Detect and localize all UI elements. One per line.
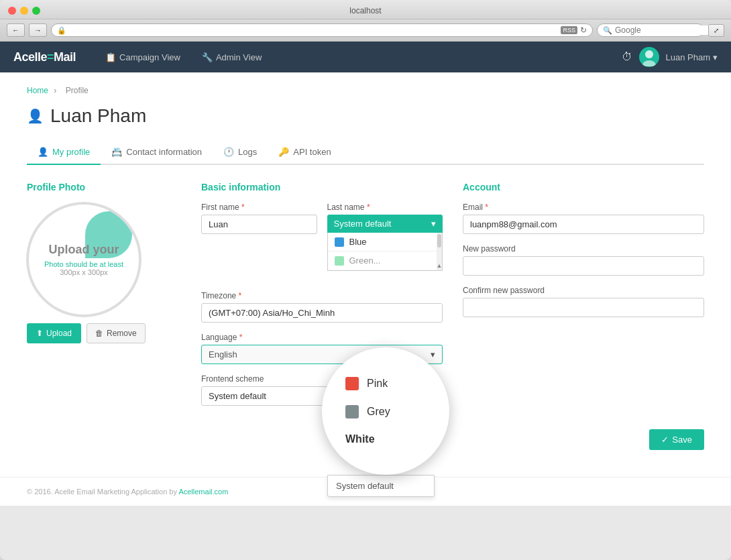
breadcrumb-separator: › [54, 86, 58, 95]
new-password-label: New password [463, 244, 704, 254]
tab-contact-information[interactable]: 📇 Contact information [101, 140, 213, 165]
browser-content: Acelle=Mail 📋 Campaign View 🔧 Admin View… [0, 42, 731, 506]
email-input[interactable] [463, 215, 704, 234]
email-label: Email * [463, 203, 704, 212]
page-title: 👤 Luan Pham [27, 105, 704, 127]
svg-point-1 [642, 60, 656, 66]
system-default-option[interactable]: System default [327, 475, 435, 497]
basic-info-title: Basic information [201, 182, 443, 192]
last-name-option-green[interactable]: Green... [328, 251, 443, 270]
app-logo: Acelle=Mail [13, 50, 76, 64]
my-profile-icon: 👤 [38, 147, 48, 157]
logs-icon: 🕐 [223, 147, 234, 157]
confirm-password-group: Confirm new password [463, 286, 704, 317]
fullscreen-button[interactable]: ⤢ [708, 24, 724, 37]
nav-right: ⏱ Luan Pham ▾ [622, 47, 718, 67]
user-dropdown-icon: ▾ [713, 52, 718, 62]
browser-toolbar: ← → 🔒 http://localhost:80 RSS ↻ 🔍 ⤢ [0, 19, 731, 42]
nav-links: 📋 Campaign View 🔧 Admin View [96, 44, 621, 70]
account-section: Account Email * New password Confirm [463, 182, 704, 416]
scheme-option-white[interactable]: White [339, 430, 433, 449]
rss-badge: RSS [561, 26, 577, 34]
tab-api-token[interactable]: 🔑 API token [268, 140, 341, 165]
window-title: localhost [349, 6, 381, 15]
language-dropdown-arrow: ▾ [431, 349, 435, 359]
timezone-input[interactable] [201, 303, 443, 323]
email-required: * [485, 203, 488, 212]
profile-icon: 👤 [27, 108, 44, 124]
traffic-lights [8, 7, 40, 15]
nav-admin-view[interactable]: 🔧 Admin View [192, 44, 271, 70]
last-name-label: Last name * [327, 203, 443, 212]
last-name-option-blue[interactable]: Blue [328, 233, 443, 251]
history-icon[interactable]: ⏱ [622, 51, 632, 63]
footer-link[interactable]: Acellemail.com [178, 488, 228, 496]
new-password-group: New password [463, 244, 704, 276]
upload-text: Upload your [44, 243, 123, 258]
confirm-password-input[interactable] [463, 298, 704, 317]
nav-user-menu[interactable]: Luan Pham ▾ [666, 52, 718, 62]
new-password-input[interactable] [463, 256, 704, 276]
search-input[interactable] [615, 25, 716, 35]
language-required: * [239, 333, 243, 342]
scheme-option-grey[interactable]: Grey [339, 402, 433, 422]
upload-button[interactable]: ⬆ Upload [27, 323, 81, 343]
breadcrumb-home[interactable]: Home [27, 86, 48, 95]
lock-icon: 🔒 [57, 26, 66, 35]
save-button[interactable]: ✓ Save [649, 429, 704, 450]
campaign-view-icon: 📋 [105, 52, 116, 62]
forward-button[interactable]: → [29, 23, 47, 37]
scroll-up-arrow[interactable]: ▲ [437, 262, 443, 270]
admin-view-icon: 🔧 [202, 52, 213, 62]
last-name-dropdown[interactable]: System default ▾ Blue [327, 215, 443, 271]
scrollbar-thumb [437, 234, 441, 247]
profile-photo-title: Profile Photo [27, 182, 181, 192]
minimize-button[interactable] [20, 7, 28, 15]
search-bar-container[interactable]: 🔍 [597, 23, 704, 37]
grey-color-dot [345, 405, 359, 418]
tabs: 👤 My profile 📇 Contact information 🕐 Log… [27, 140, 704, 165]
last-name-options: Blue Green... ▲ [327, 233, 443, 271]
browser-window: localhost ← → 🔒 http://localhost:80 RSS … [0, 0, 731, 560]
search-icon: 🔍 [603, 26, 612, 35]
breadcrumb-current: Profile [66, 86, 89, 95]
photo-size-text: 300px x 300px [44, 268, 123, 276]
refresh-icon[interactable]: ↻ [580, 25, 587, 35]
back-button[interactable]: ← [7, 23, 25, 37]
scheme-option-pink[interactable]: Pink [339, 374, 433, 394]
breadcrumb: Home › Profile [27, 86, 704, 95]
profile-photo-section: Profile Photo Upload your Photo should b… [27, 182, 181, 416]
tab-logs[interactable]: 🕐 Logs [213, 140, 268, 165]
api-icon: 🔑 [278, 147, 289, 157]
language-label: Language * [201, 333, 443, 342]
frontend-scheme-popup[interactable]: Pink Grey White [322, 347, 449, 475]
first-name-group: First name * [201, 203, 317, 271]
confirm-password-label: Confirm new password [463, 286, 704, 295]
last-name-selected[interactable]: System default ▾ [327, 215, 443, 233]
nav-campaign-view[interactable]: 📋 Campaign View [96, 44, 190, 70]
timezone-required: * [239, 291, 242, 300]
url-bar-container[interactable]: 🔒 http://localhost:80 RSS ↻ [51, 23, 593, 37]
photo-sub-text: Photo should be at least [44, 260, 123, 268]
first-name-input[interactable] [201, 215, 317, 234]
avatar [639, 47, 659, 67]
remove-button[interactable]: 🗑 Remove [87, 323, 146, 343]
email-group: Email * [463, 203, 704, 234]
svg-point-0 [645, 50, 653, 58]
browser-titlebar: localhost [0, 0, 731, 19]
url-input[interactable]: http://localhost:80 [69, 25, 558, 35]
last-name-required: * [367, 203, 370, 212]
save-check-icon: ✓ [661, 435, 669, 445]
timezone-label: Timezone * [201, 291, 443, 300]
first-name-required: * [241, 203, 245, 212]
maximize-button[interactable] [32, 7, 40, 15]
timezone-group: Timezone * [201, 291, 443, 323]
photo-circle: Upload your Photo should be at least 300… [27, 203, 141, 317]
name-row: First name * Last name * [201, 203, 443, 281]
last-name-group: Last name * System default ▾ [327, 203, 443, 271]
app-nav: Acelle=Mail 📋 Campaign View 🔧 Admin View… [0, 42, 731, 72]
close-button[interactable] [8, 7, 16, 15]
tab-my-profile[interactable]: 👤 My profile [27, 140, 101, 165]
remove-icon: 🗑 [95, 329, 103, 338]
page-content: Home › Profile 👤 Luan Pham 👤 My profile … [0, 72, 731, 477]
